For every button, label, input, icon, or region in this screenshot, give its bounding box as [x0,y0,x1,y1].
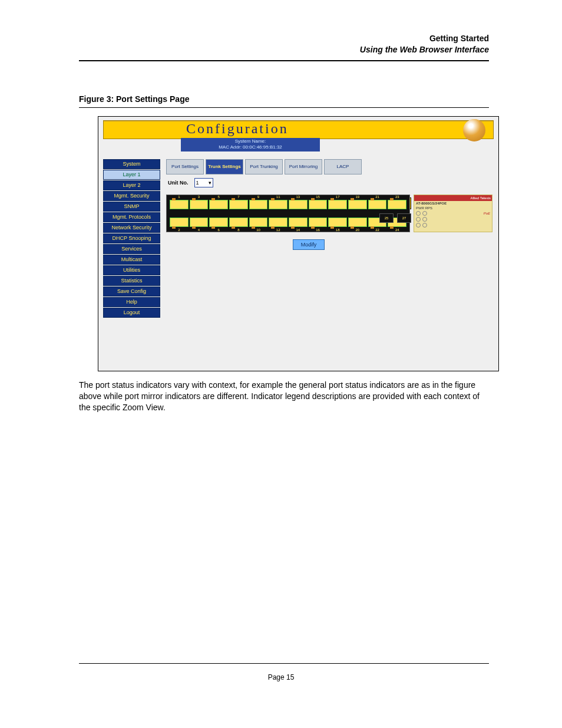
sidebar-item-dhcp-snooping[interactable]: DHCP Snooping [103,233,160,243]
sidebar-item-snmp[interactable]: SNMP [103,202,160,212]
unit-value: 1 [196,180,199,186]
tab-port-mirroring[interactable]: Port Mirroring [285,159,322,174]
header-subtitle: Using the Web Browser Interface [79,44,489,55]
port[interactable] [249,200,268,209]
tab-lacp[interactable]: LACP [324,159,362,174]
sidebar-item-layer2[interactable]: Layer 2 [103,180,160,190]
config-word: Configuration [186,121,289,137]
config-banner: Configuration [103,120,494,139]
tab-trunk-settings[interactable]: Trunk Settings [206,159,243,174]
tab-port-trunking[interactable]: Port Trunking [245,159,283,174]
modify-button[interactable]: Modify [293,239,325,250]
figure-rule [79,107,489,108]
port[interactable] [229,218,248,227]
port[interactable] [229,200,248,209]
sfp-ports: 25 27 [379,213,411,223]
sfp-port[interactable]: 25 [379,213,394,223]
unit-label: Unit No. [168,180,189,186]
sidebar-item-mgmt-security[interactable]: Mgmt. Security [103,191,160,201]
port[interactable] [289,200,308,209]
sidebar-item-save-config[interactable]: Save Config [103,286,160,297]
poe-label: PoE [484,212,490,215]
port[interactable] [368,200,387,209]
screenshot: Configuration System Name: MAC Addr: 00:… [98,116,499,371]
port[interactable] [328,218,347,227]
sidebar: System Layer 1 Layer 2 Mgmt. Security SN… [103,159,160,318]
figure-wrap: Configuration System Name: MAC Addr: 00:… [79,116,489,371]
unit-select[interactable]: 1 ▾ [194,178,213,187]
page-header: Getting Started Using the Web Browser In… [79,33,489,55]
port[interactable] [269,218,287,227]
port[interactable] [309,218,328,227]
sidebar-item-statistics[interactable]: Statistics [103,276,160,286]
port[interactable] [348,218,367,227]
footer-rule-wrap [79,663,489,664]
sfp-port[interactable]: 27 [397,213,411,223]
sidebar-item-system[interactable]: System [103,159,160,169]
system-info-bar: System Name: MAC Addr: 00:0C:46:95:B1:32 [181,138,320,151]
model-label: AT-8000GS/24POE [416,202,447,205]
globe-icon [463,119,485,141]
port[interactable] [269,200,287,209]
paragraph: The port status indicators vary with con… [79,380,489,413]
sidebar-item-utilities[interactable]: Utilities [103,265,160,275]
led-icon [416,217,421,222]
figure-caption: Figure 3: Port Settings Page [79,94,489,104]
port-row-bottom [169,218,407,227]
port[interactable] [388,200,406,209]
brand-label: Allied Telesis [414,195,492,201]
unit-row: Unit No. 1 ▾ [168,178,213,187]
sidebar-item-services[interactable]: Services [103,244,160,254]
sidebar-item-layer1[interactable]: Layer 1 [103,170,160,180]
port[interactable] [249,218,268,227]
port[interactable] [348,200,367,209]
port[interactable] [209,218,228,227]
port[interactable] [209,200,228,209]
port[interactable] [328,200,347,209]
device-info-box: Allied Telesis AT-8000GS/24POE PWR RPS P… [414,195,492,232]
led-icon [416,223,421,228]
port[interactable] [190,218,209,227]
led-icon [422,217,427,222]
port[interactable] [289,218,308,227]
switch-panel: 1357911131517192123 24681012141618202224 [166,195,410,232]
sidebar-item-mgmt-protocols[interactable]: Mgmt. Protocols [103,212,160,222]
sidebar-item-multicast[interactable]: Multicast [103,255,160,265]
body-text: The port status indicators vary with con… [79,380,489,413]
led-icon [416,211,421,216]
tab-row: Port Settings Trunk Settings Port Trunki… [166,159,363,174]
sidebar-item-logout[interactable]: Logout [103,308,160,318]
port-row-top [169,200,407,209]
led-icon [422,211,427,216]
header-rule [79,60,489,61]
chevron-down-icon: ▾ [209,180,211,186]
port-numbers-bottom: 24681012141618202224 [169,228,407,232]
led-icon [422,223,427,228]
sysname-label: System Name: [181,139,320,144]
mac-label: MAC Addr: 00:0C:46:95:B1:32 [181,144,320,150]
header-title: Getting Started [79,33,489,44]
port[interactable] [190,200,209,209]
port[interactable] [309,200,328,209]
tab-port-settings[interactable]: Port Settings [166,159,204,174]
page-footer: Page 15 [0,673,562,681]
sidebar-item-help[interactable]: Help [103,297,160,307]
port[interactable] [170,200,189,209]
port[interactable] [170,218,189,227]
sidebar-item-network-security[interactable]: Network Security [103,223,160,233]
content-bg [166,157,494,366]
